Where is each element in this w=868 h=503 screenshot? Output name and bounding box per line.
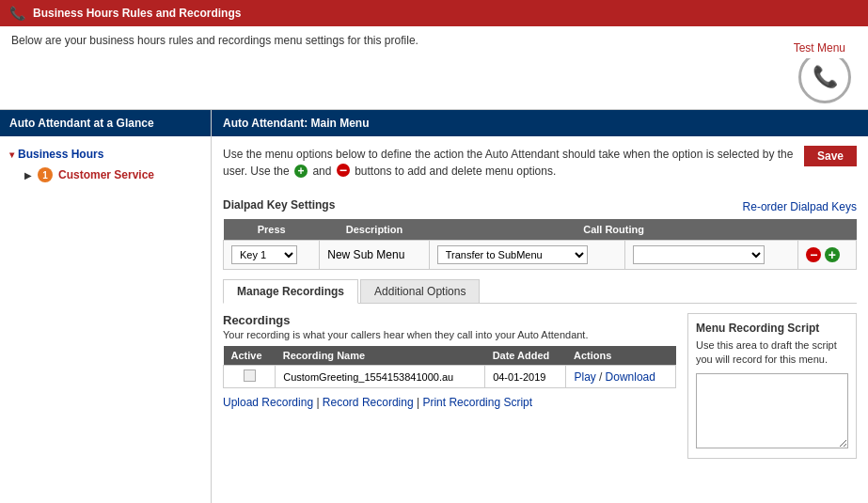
description-cell: New Sub Menu	[320, 241, 429, 270]
title-bar: 📞 Business Hours Rules and Recordings	[0, 0, 868, 26]
dest-cell	[624, 241, 798, 270]
script-textarea[interactable]	[696, 373, 848, 448]
sidebar-header: Auto Attendant at a Glance	[0, 110, 211, 136]
child-number-badge: 1	[38, 167, 53, 182]
phone-icon: 📞	[9, 6, 25, 21]
recordings-table: Active Recording Name Date Added Actions	[223, 346, 676, 388]
rec-col-active: Active	[224, 346, 276, 366]
add-row-icon[interactable]: +	[825, 247, 840, 262]
upload-recording-link[interactable]: Upload Recording	[223, 396, 313, 409]
save-button[interactable]: Save	[804, 146, 857, 166]
active-cell	[224, 366, 276, 388]
dialpad-header-row: Dialpad Key Settings Re-order Dialpad Ke…	[223, 198, 857, 215]
phone-icon-area: 📞	[0, 51, 868, 109]
recording-date-cell: 04-01-2019	[485, 366, 566, 388]
tab-additional-options[interactable]: Additional Options	[360, 279, 480, 303]
col-actions-header	[798, 219, 857, 241]
minus-inline-icon: −	[337, 164, 350, 177]
remove-row-icon[interactable]: −	[806, 247, 821, 262]
title-text: Business Hours Rules and Recordings	[33, 7, 241, 20]
reorder-link[interactable]: Re-order Dialpad Keys	[743, 200, 857, 213]
table-row: Key 1 New Sub Menu Transfer to SubMenu	[224, 241, 857, 270]
info-text-2: and	[312, 165, 331, 178]
play-link[interactable]: Play	[574, 370, 595, 384]
sidebar-child-item[interactable]: ▶ 1 Customer Service	[9, 165, 201, 185]
record-recording-link[interactable]: Record Recording	[323, 396, 414, 409]
plus-inline-icon: +	[294, 165, 308, 178]
recording-name-cell: CustomGreeting_1554153841000.au	[276, 366, 485, 388]
rec-col-date: Date Added	[485, 346, 566, 366]
info-row: Use the menu options below to define the…	[223, 146, 857, 189]
dest-select[interactable]	[633, 245, 765, 264]
col-call-routing: Call Routing	[429, 219, 798, 241]
recordings-area: Recordings Your recording is what your c…	[223, 313, 857, 459]
test-menu-link[interactable]: Test Menu	[782, 34, 857, 58]
desc-value: New Sub Menu	[327, 248, 404, 261]
content-body: Use the menu options below to define the…	[212, 136, 868, 468]
separator-1: /	[599, 370, 606, 384]
print-script-link[interactable]: Print Recording Script	[422, 396, 532, 409]
content-header: Auto Attendant: Main Menu	[212, 110, 868, 136]
main-layout: Auto Attendant at a Glance ▾ Business Ho…	[0, 109, 868, 503]
top-description: Below are your business hours rules and …	[11, 34, 418, 47]
phone-graphic-icon: 📞	[813, 65, 838, 89]
menu-script-panel: Menu Recording Script Use this area to d…	[687, 313, 857, 459]
sidebar-parent-item[interactable]: ▾ Business Hours	[9, 144, 201, 165]
recording-row: CustomGreeting_1554153841000.au 04-01-20…	[224, 366, 676, 388]
rec-col-actions: Actions	[566, 346, 676, 366]
main-content: Auto Attendant: Main Menu Use the menu o…	[212, 109, 868, 503]
key-cell: Key 1	[224, 241, 320, 270]
rec-col-name: Recording Name	[276, 346, 485, 366]
col-description: Description	[320, 219, 429, 241]
script-desc: Use this area to draft the script you wi…	[696, 338, 848, 368]
tab-manage-recordings[interactable]: Manage Recordings	[223, 279, 358, 304]
download-link[interactable]: Download	[606, 370, 655, 384]
sidebar-parent-label: Business Hours	[18, 148, 103, 161]
info-text-block: Use the menu options below to define the…	[223, 146, 804, 180]
arrow-icon: ▾	[9, 149, 14, 160]
key-select[interactable]: Key 1	[231, 245, 297, 264]
sidebar-content: ▾ Business Hours ▶ 1 Customer Service	[0, 136, 211, 193]
routing-select[interactable]: Transfer to SubMenu	[437, 245, 588, 264]
active-checkbox[interactable]	[244, 369, 256, 382]
upload-links: Upload Recording | Record Recording | Pr…	[223, 396, 676, 409]
col-press: Press	[224, 219, 320, 241]
dialpad-section-title: Dialpad Key Settings	[223, 198, 335, 212]
routing-cell: Transfer to SubMenu	[429, 241, 624, 270]
phone-graphic: 📞	[798, 51, 851, 103]
top-bar: Below are your business hours rules and …	[0, 26, 868, 51]
action-cell: − +	[798, 241, 857, 270]
sidebar-child-label: Customer Service	[58, 168, 154, 181]
tabs: Manage Recordings Additional Options	[223, 279, 857, 304]
recording-actions-cell: Play / Download	[566, 366, 676, 388]
recordings-subtitle: Your recording is what your callers hear…	[223, 329, 676, 340]
key-table: Press Description Call Routing Key 1	[223, 219, 857, 270]
expand-arrow-icon: ▶	[24, 170, 32, 181]
script-title: Menu Recording Script	[696, 322, 848, 335]
recordings-title: Recordings	[223, 313, 676, 327]
info-text-3: buttons to add and delete menu options.	[355, 165, 556, 178]
sidebar: Auto Attendant at a Glance ▾ Business Ho…	[0, 109, 212, 503]
recordings-left: Recordings Your recording is what your c…	[223, 313, 676, 459]
